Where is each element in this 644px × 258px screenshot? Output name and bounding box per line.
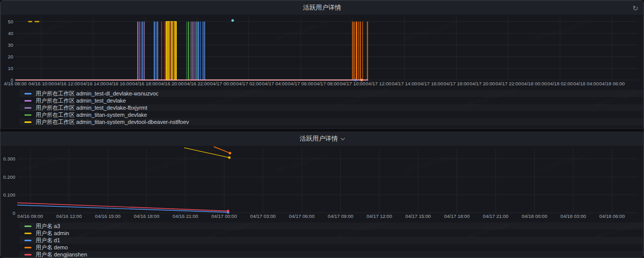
y-tick-label: 0	[13, 210, 15, 216]
grafana-dashboard: 活跃用户详情 ↻ 504030201004/16 08:0004/16 10:0…	[0, 0, 644, 258]
x-tick-label: 04/17 18:00	[443, 81, 469, 86]
x-tick-label: 04/17 04:00	[262, 81, 287, 86]
legend-item[interactable]: 用户所在工作区 admin_titan-system_devlake	[19, 111, 643, 118]
series-block	[166, 22, 176, 80]
panel-title[interactable]: 活跃用户详情	[303, 4, 341, 12]
y-tick-label: 30	[8, 42, 13, 48]
x-tick-label: 04/18 00:00	[522, 213, 547, 219]
y-tick-label: 10	[8, 66, 13, 71]
legend-item[interactable]: 用户所在工作区 admin_test-dl_devlake-wsnuzvoc	[19, 90, 643, 97]
legend-item[interactable]: 用户名 d1	[19, 237, 643, 244]
x-tick-label: 04/18 06:00	[599, 213, 625, 219]
data-point	[360, 79, 363, 81]
legend-label: 用户所在工作区 admin_test_devlake-fbxjyrmt	[36, 104, 147, 112]
legend-list: 用户所在工作区 admin_test-dl_devlake-wsnuzvoc用户…	[19, 88, 643, 128]
legend-item[interactable]: 用户名 dengjianshen	[19, 251, 643, 258]
legend-label: 用户名 dengjianshen	[36, 251, 87, 258]
timeseries-chart-workspaces[interactable]: 504030201004/16 08:0004/16 10:0004/16 12…	[1, 15, 643, 88]
x-tick-label: 04/17 02:00	[236, 81, 262, 86]
x-tick-label: 04/16 21:00	[173, 213, 198, 219]
x-tick-label: 04/17 00:00	[210, 81, 236, 86]
legend-label: 用户名 admin	[36, 230, 69, 237]
series-color-swatch	[24, 100, 31, 102]
panel-active-users-top: 活跃用户详情 ↻ 504030201004/16 08:0004/16 10:0…	[1, 1, 643, 129]
y-tick-label: 0.300	[3, 156, 15, 162]
legend-label: 用户所在工作区 admin_test-dl_devlake-wsnuzvoc	[36, 90, 158, 98]
x-tick-label: 04/16 14:00	[80, 81, 106, 86]
series-line	[17, 203, 228, 211]
series-color-swatch	[24, 240, 31, 241]
x-tick-label: 04/16 20:00	[158, 81, 183, 86]
series-color-swatch	[24, 254, 31, 255]
x-tick-label: 04/18 00:00	[522, 81, 547, 86]
legend-item[interactable]: 用户名 a3	[19, 222, 643, 230]
x-tick-label: 04/18 06:00	[599, 81, 625, 86]
x-tick-label: 04/16 22:00	[184, 81, 209, 86]
x-tick-label: 04/16 09:00	[17, 213, 43, 219]
timeseries-chart-users[interactable]: 0.3000.2000.100004/16 09:0004/16 12:0004…	[1, 146, 643, 221]
legend-item[interactable]: 用户名 demo	[19, 244, 643, 251]
series-color-swatch	[24, 93, 31, 94]
x-tick-label: 04/16 12:00	[54, 81, 80, 86]
legend-item[interactable]: 用户名 admin	[19, 230, 643, 237]
x-tick-label: 04/18 03:00	[561, 213, 586, 219]
x-tick-label: 04/17 12:00	[366, 81, 391, 86]
y-tick-label: 0.100	[3, 192, 15, 198]
x-tick-label: 04/16 18:00	[134, 213, 159, 219]
x-tick-label: 4/16 08:00	[4, 81, 27, 86]
x-tick-label: 04/17 21:00	[483, 213, 508, 219]
chevron-down-icon[interactable]	[341, 136, 345, 140]
x-tick-label: 04/17 00:00	[211, 213, 237, 219]
x-tick-label: 04/16 18:00	[132, 81, 157, 86]
data-point	[232, 19, 234, 22]
legend-list: 用户名 a3用户名 admin用户名 d1用户名 demo用户名 dengjia…	[19, 221, 643, 258]
x-tick-label: 04/17 20:00	[469, 81, 495, 86]
series-color-swatch	[24, 225, 31, 227]
panel-active-users-bottom: 活跃用户详情 0.3000.2000.100004/16 09:0004/16 …	[1, 132, 643, 258]
legend-item[interactable]: 用户所在工作区 admin_titan-system_devtool-dbeav…	[19, 118, 643, 125]
x-tick-label: 04/17 06:00	[289, 213, 314, 219]
panel-header: 活跃用户详情 ↻	[1, 1, 643, 15]
x-tick-label: 04/16 10:00	[28, 81, 54, 86]
legend-label: 用户所在工作区 admin_test_devlake	[36, 97, 126, 105]
legend-label: 用户所在工作区 admin_titan-system_devtool-dbeav…	[36, 118, 189, 126]
x-tick-label: 04/17 18:00	[444, 213, 469, 219]
y-tick-label: 40	[8, 30, 13, 36]
x-tick-label: 04/17 08:00	[314, 81, 339, 86]
refresh-icon[interactable]: ↻	[632, 5, 638, 12]
y-tick-label: 50	[8, 19, 13, 24]
x-tick-label: 04/18 04:00	[573, 81, 599, 86]
x-tick-label: 04/16 16:00	[106, 81, 132, 86]
legend-label: 用户名 a3	[36, 222, 60, 230]
legend-label: 用户名 d1	[36, 237, 60, 244]
legend-label: 用户所在工作区 admin_titan-system_devlake	[36, 111, 147, 119]
series-color-swatch	[24, 107, 31, 109]
legend-label: 用户名 demo	[36, 244, 68, 251]
x-tick-label: 04/16 12:00	[56, 213, 82, 219]
data-point	[354, 79, 357, 81]
x-tick-label: 04/17 03:00	[250, 213, 276, 219]
legend-item[interactable]: 用户所在工作区 admin_test_devlake	[19, 97, 643, 104]
legend-item[interactable]: 用户所在工作区 admin_test_devlake-fbxjyrmt	[19, 104, 643, 111]
x-tick-label: 04/17 14:00	[392, 81, 417, 86]
series-color-swatch	[24, 247, 31, 248]
panel-title[interactable]: 活跃用户详情	[300, 135, 338, 143]
data-point	[228, 156, 231, 159]
data-point	[229, 152, 231, 154]
x-tick-label: 04/17 06:00	[288, 81, 313, 86]
series-line	[184, 148, 229, 157]
x-tick-label: 04/17 22:00	[495, 81, 521, 86]
y-tick-label: 0.200	[3, 174, 15, 180]
series-line	[17, 205, 228, 212]
x-tick-label: 04/17 09:00	[328, 213, 353, 219]
series-line	[214, 147, 230, 153]
panel-header: 活跃用户详情	[1, 132, 643, 146]
x-tick-label: 04/18 02:00	[548, 81, 573, 86]
data-point	[227, 210, 229, 212]
series-color-swatch	[24, 121, 31, 123]
y-tick-label: 20	[8, 54, 13, 59]
series-color-swatch	[24, 114, 31, 116]
x-tick-label: 04/17 15:00	[405, 213, 431, 219]
series-color-swatch	[24, 233, 31, 234]
x-tick-label: 04/17 10:00	[340, 81, 365, 86]
